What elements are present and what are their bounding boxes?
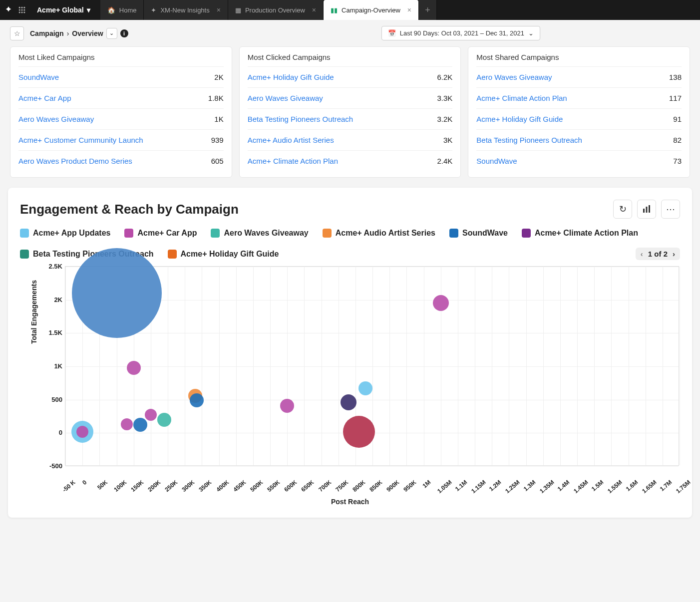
- campaign-link[interactable]: Acme+ Customer Cummunity Launch: [18, 136, 143, 144]
- x-tick: 1.7M: [659, 479, 673, 493]
- tab-xm-insights[interactable]: ✦ XM-New Insights ×: [144, 0, 228, 20]
- data-point[interactable]: [121, 418, 133, 430]
- data-point[interactable]: [127, 361, 141, 375]
- list-item[interactable]: Aero Waves Product Demo Series605: [18, 150, 224, 171]
- list-item[interactable]: Beta Testing Pioneers Outreach3.2K: [248, 108, 453, 129]
- campaign-link[interactable]: Beta Testing Pioneers Outreach: [248, 115, 353, 123]
- campaign-link[interactable]: Acme+ Climate Action Plan: [476, 94, 567, 102]
- list-item[interactable]: Acme+ Holiday Gift Guide91: [476, 108, 682, 129]
- list-item[interactable]: Acme+ Climate Action Plan117: [476, 87, 682, 108]
- close-icon[interactable]: ×: [217, 6, 221, 14]
- data-point[interactable]: [190, 393, 204, 407]
- campaign-link[interactable]: SoundWave: [18, 73, 59, 81]
- list-item[interactable]: Aero Waves Giveaway1K: [18, 108, 224, 129]
- data-point[interactable]: [133, 418, 147, 432]
- card-most-shared: Most Shared Campaigns Aero Waves Giveawa…: [468, 46, 690, 178]
- data-point[interactable]: [341, 394, 356, 410]
- legend-swatch: [211, 229, 220, 238]
- data-point[interactable]: [145, 409, 157, 421]
- pager-prev[interactable]: ‹: [641, 250, 643, 258]
- list-item[interactable]: Acme+ Customer Cummunity Launch939: [18, 129, 224, 150]
- metric-value: 3K: [443, 136, 452, 144]
- legend-swatch: [168, 250, 177, 259]
- x-tick: 250K: [163, 479, 179, 493]
- top-cards-row: Most Liked Campaigns SoundWave2KAcme+ Ca…: [0, 46, 700, 188]
- breadcrumb-dropdown[interactable]: ⌄: [106, 28, 117, 39]
- campaign-link[interactable]: Aero Waves Giveaway: [248, 94, 323, 102]
- campaign-link[interactable]: SoundWave: [476, 157, 517, 165]
- data-point[interactable]: [343, 416, 375, 448]
- tab-production-overview[interactable]: ▦ Production Overview ×: [228, 0, 324, 20]
- data-point[interactable]: [433, 295, 449, 311]
- legend-label: Acme+ Holiday Gift Guide: [181, 250, 279, 259]
- campaign-link[interactable]: Aero Waves Giveaway: [18, 115, 94, 123]
- breadcrumb-bar: ☆ Campaign › Overview ⌄ i 📅 Last 90 Days…: [0, 20, 700, 46]
- svg-point-3: [19, 9, 20, 10]
- x-axis-label: Post Reach: [331, 498, 369, 506]
- info-icon[interactable]: i: [120, 29, 128, 37]
- legend-item[interactable]: SoundWave: [449, 229, 508, 238]
- calendar-icon: 📅: [388, 29, 396, 37]
- data-point[interactable]: [280, 399, 294, 413]
- y-tick: 0: [42, 429, 62, 436]
- tab-campaign-overview[interactable]: ▮▮ Campaign-Overview ×: [324, 0, 419, 20]
- tab-label: Home: [119, 6, 137, 14]
- list-item[interactable]: Aero Waves Giveaway138: [476, 66, 682, 87]
- app-switcher-icon[interactable]: [18, 5, 28, 15]
- list-item[interactable]: Aero Waves Giveaway3.3K: [248, 87, 453, 108]
- legend-item[interactable]: Acme+ Audio Artist Series: [323, 229, 435, 238]
- list-item[interactable]: Beta Testing Pioneers Outreach82: [476, 129, 682, 150]
- card-title: Most Liked Campaigns: [18, 53, 224, 61]
- y-tick: 1.5K: [42, 329, 62, 336]
- refresh-button[interactable]: ↻: [613, 200, 632, 219]
- scatter-plot[interactable]: Total Engagements Post Reach -50005001K1…: [20, 266, 680, 506]
- chart-type-button[interactable]: [637, 200, 656, 219]
- campaign-link[interactable]: Aero Waves Giveaway: [476, 73, 552, 81]
- list-item[interactable]: SoundWave73: [476, 150, 682, 171]
- y-axis-label: Total Engagements: [30, 262, 38, 362]
- metric-value: 2.4K: [437, 157, 452, 165]
- legend-item[interactable]: Aero Waves Giveaway: [211, 229, 308, 238]
- data-point[interactable]: [358, 381, 372, 395]
- campaign-link[interactable]: Acme+ Holiday Gift Guide: [248, 73, 334, 81]
- x-tick: 900K: [385, 479, 401, 493]
- svg-point-1: [21, 7, 22, 8]
- list-item[interactable]: Acme+ Climate Action Plan2.4K: [248, 150, 453, 171]
- legend-label: Acme+ Car App: [137, 229, 197, 238]
- legend-item[interactable]: Acme+ Climate Action Plan: [522, 229, 638, 238]
- campaign-link[interactable]: Acme+ Audio Artist Series: [248, 136, 334, 144]
- legend-item[interactable]: Acme+ Holiday Gift Guide: [168, 250, 279, 259]
- card-title: Most Clicked Campaigns: [248, 53, 453, 61]
- breadcrumb-root[interactable]: Campaign: [30, 29, 64, 37]
- close-icon[interactable]: ×: [407, 6, 411, 14]
- x-tick: 1M: [421, 479, 432, 489]
- campaign-link[interactable]: Acme+ Car App: [18, 94, 71, 102]
- list-item[interactable]: Acme+ Holiday Gift Guide6.2K: [248, 66, 453, 87]
- legend-label: SoundWave: [462, 229, 508, 238]
- date-range-picker[interactable]: 📅 Last 90 Days: Oct 03, 2021 – Dec 31, 2…: [381, 26, 540, 40]
- data-point[interactable]: [76, 426, 88, 438]
- chart-panel: Engagement & Reach by Campaign ↻ ⋯ Acme+…: [8, 188, 692, 518]
- new-tab-button[interactable]: +: [419, 0, 437, 20]
- x-tick: 1.15M: [470, 479, 487, 495]
- pager-next[interactable]: ›: [673, 250, 675, 258]
- legend-item[interactable]: Acme+ Car App: [124, 229, 197, 238]
- more-options-button[interactable]: ⋯: [661, 200, 680, 219]
- legend-item[interactable]: Acme+ App Updates: [20, 229, 110, 238]
- app-logo-icon: [4, 5, 14, 15]
- favorite-button[interactable]: ☆: [10, 26, 24, 40]
- data-point[interactable]: [157, 413, 171, 427]
- list-item[interactable]: Acme+ Audio Artist Series3K: [248, 129, 453, 150]
- workspace-selector[interactable]: Acme+ Global ▾: [32, 6, 95, 14]
- campaign-link[interactable]: Acme+ Holiday Gift Guide: [476, 115, 563, 123]
- campaign-link[interactable]: Acme+ Climate Action Plan: [248, 157, 338, 165]
- x-tick: 50K: [96, 479, 109, 491]
- chevron-right-icon: ›: [67, 29, 69, 37]
- list-item[interactable]: SoundWave2K: [18, 66, 224, 87]
- campaign-link[interactable]: Aero Waves Product Demo Series: [18, 157, 132, 165]
- tab-home[interactable]: 🏠 Home: [100, 0, 144, 20]
- data-point[interactable]: [72, 248, 162, 338]
- list-item[interactable]: Acme+ Car App1.8K: [18, 87, 224, 108]
- close-icon[interactable]: ×: [312, 6, 316, 14]
- campaign-link[interactable]: Beta Testing Pioneers Outreach: [476, 136, 582, 144]
